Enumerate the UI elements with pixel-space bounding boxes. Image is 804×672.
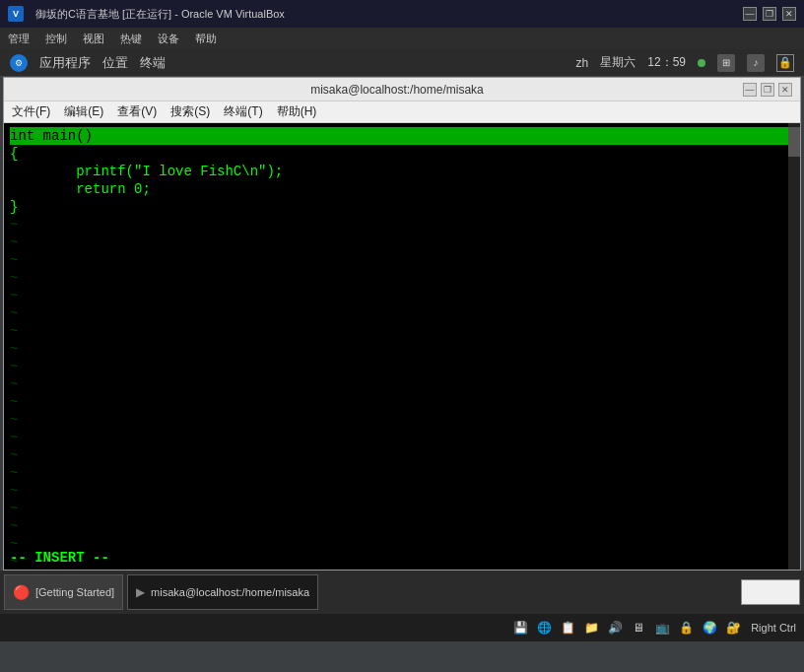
menu-hotkey[interactable]: 热键 [120,32,142,46]
tilde-18: ~ [10,517,794,535]
os-topbar-left: V 御坂的C语言基地 [正在运行] - Oracle VM VirtualBox [8,6,285,22]
virtualbox-icon: V [8,6,24,22]
terminal-menu-terminal[interactable]: 终端(T) [224,103,262,120]
tilde-8: ~ [10,340,794,358]
terminal-label[interactable]: 终端 [140,54,166,72]
tray-icon-6[interactable]: 🖥 [629,618,648,638]
terminal-menubar: 文件(F) 编辑(E) 查看(V) 搜索(S) 终端(T) 帮助(H) [4,101,800,123]
tilde-4: ~ [10,269,794,287]
menu-help[interactable]: 帮助 [195,32,217,46]
window-controls: — ❐ ✕ [743,7,796,21]
tray-icon-3[interactable]: 📋 [558,618,577,638]
lang-indicator: zh [576,56,589,70]
weekday-label: 星期六 [600,54,636,71]
getting-started-icon: 🔴 [13,584,30,600]
code-line-1: int main() [10,127,794,145]
tilde-5: ~ [10,287,794,304]
menu-manage[interactable]: 管理 [8,32,30,46]
tray-icon-7[interactable]: 📺 [652,618,672,638]
tilde-19: ~ [10,535,794,553]
minimize-button[interactable]: — [743,7,757,21]
menu-view[interactable]: 视图 [83,32,104,46]
tilde-3: ~ [10,251,794,269]
terminal-restore-button[interactable]: ❐ [761,83,774,97]
system-tray: 💾 🌐 📋 📁 🔊 🖥 📺 🔒 🌍 🔐 Right Ctrl [0,614,804,641]
terminal-scrollbar[interactable] [788,123,800,570]
getting-started-button[interactable]: 🔴 [Getting Started] [4,574,123,610]
lock-icon[interactable]: 🔒 [776,54,794,72]
terminal-content-area[interactable]: int main() { printf("I love FishC\n"); r… [4,123,800,570]
taskbar-left: ⚙ 应用程序 位置 终端 [10,54,166,72]
terminal-menu-file[interactable]: 文件(F) [12,103,50,120]
tilde-16: ~ [10,482,794,500]
places-label[interactable]: 位置 [102,54,128,72]
terminal-window: misaka@localhost:/home/misaka — ❐ ✕ 文件(F… [3,77,801,571]
tray-icon-10[interactable]: 🔐 [723,618,743,638]
terminal-titlebar: misaka@localhost:/home/misaka — ❐ ✕ [4,78,800,101]
tilde-14: ~ [10,446,794,464]
tilde-15: ~ [10,464,794,482]
terminal-window-controls: — ❐ ✕ [743,83,792,97]
terminal-menu-search[interactable]: 搜索(S) [170,103,210,120]
tray-icon-5[interactable]: 🔊 [605,618,625,638]
tray-icon-9[interactable]: 🌍 [700,618,719,638]
tray-icon-8[interactable]: 🔒 [676,618,696,638]
code-line-5: } [10,198,794,216]
tray-icon-1[interactable]: 💾 [510,618,530,638]
tilde-12: ~ [10,411,794,429]
terminal-menu-view[interactable]: 查看(V) [117,103,157,120]
app-menu-icon[interactable]: ⚙ [10,54,28,72]
code-line-4: return 0; [10,180,794,198]
tilde-7: ~ [10,322,794,340]
tilde-17: ~ [10,500,794,517]
terminal-taskbar-icon: ▶ [136,585,145,599]
code-line-3: printf("I love FishC\n"); [10,163,794,180]
terminal-taskbar-button[interactable]: ▶ misaka@localhost:/home/misaka [127,574,318,610]
bottom-taskbar: 🔴 [Getting Started] ▶ misaka@localhost:/… [0,571,804,614]
tray-icon-2[interactable]: 🌐 [534,618,554,638]
menu-control[interactable]: 控制 [45,32,67,46]
tilde-20: ~ [10,553,794,570]
close-button[interactable]: ✕ [782,7,796,21]
restore-button[interactable]: ❐ [763,7,776,21]
terminal-menu-help[interactable]: 帮助(H) [277,103,317,120]
os-menubar: 管理 控制 视图 热键 设备 帮助 [0,28,804,49]
tilde-11: ~ [10,393,794,411]
app-menu-label[interactable]: 应用程序 [39,54,91,72]
terminal-taskbar-label: misaka@localhost:/home/misaka [151,586,309,598]
tilde-1: ~ [10,216,794,234]
menu-devices[interactable]: 设备 [158,32,179,46]
right-ctrl-label: Right Ctrl [751,622,796,634]
network-icon[interactable]: ⊞ [717,54,735,72]
os-window-titlebar: V 御坂的C语言基地 [正在运行] - Oracle VM VirtualBox… [0,0,804,28]
getting-started-label: [Getting Started] [35,586,114,598]
code-line-2: { [10,145,794,163]
taskbar-input[interactable] [741,579,800,605]
tilde-10: ~ [10,375,794,393]
tilde-2: ~ [10,234,794,251]
tilde-9: ~ [10,358,794,375]
terminal-close-button[interactable]: ✕ [778,83,792,97]
os-top-taskbar: ⚙ 应用程序 位置 终端 zh 星期六 12：59 ⊞ ♪ 🔒 [0,49,804,77]
os-window-title: 御坂的C语言基地 [正在运行] - Oracle VM VirtualBox [35,7,285,22]
taskbar-right: zh 星期六 12：59 ⊞ ♪ 🔒 [576,54,794,72]
time-label: 12：59 [647,54,686,71]
scrollbar-thumb[interactable] [788,127,800,157]
status-dot [698,59,705,67]
tilde-6: ~ [10,304,794,322]
terminal-title: misaka@localhost:/home/misaka [51,83,743,97]
tray-icon-4[interactable]: 📁 [581,618,601,638]
tilde-13: ~ [10,429,794,446]
vim-insert-mode: -- INSERT -- [10,550,109,566]
audio-icon[interactable]: ♪ [747,54,765,72]
terminal-menu-edit[interactable]: 编辑(E) [64,103,103,120]
terminal-minimize-button[interactable]: — [743,83,757,97]
